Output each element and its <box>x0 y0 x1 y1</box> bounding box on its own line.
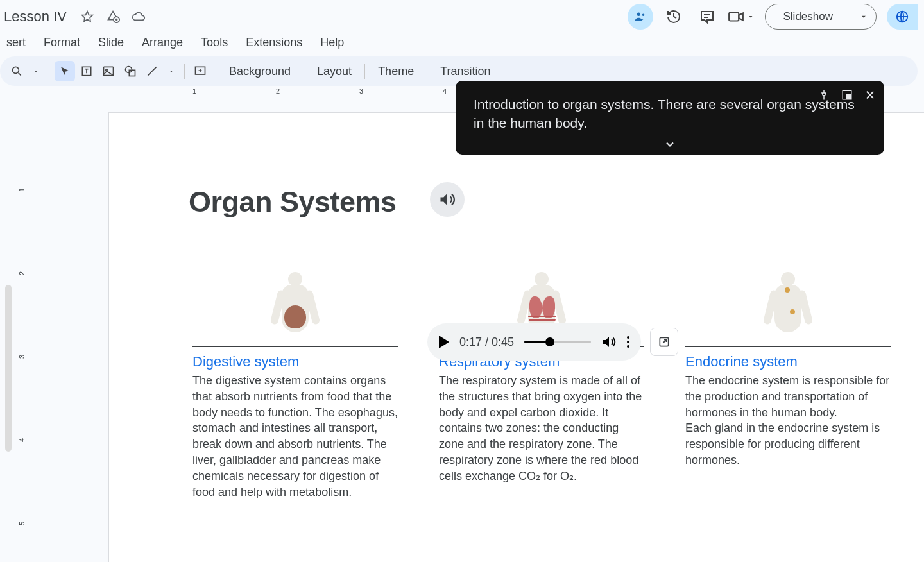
theme-button[interactable]: Theme <box>370 65 422 78</box>
system-column-respiratory[interactable]: Respiratory system The respiratory syste… <box>439 268 644 484</box>
ruler-h-mark: 4 <box>443 87 447 95</box>
system-column-digestive[interactable]: Digestive system The digestive system co… <box>193 268 398 500</box>
star-icon[interactable] <box>78 8 96 26</box>
menu-insert[interactable]: sert <box>0 33 32 52</box>
system-body: The respiratory system is made of all of… <box>439 373 644 484</box>
digestive-illustration <box>193 268 398 345</box>
history-icon[interactable] <box>661 4 687 30</box>
system-heading: Endocrine system <box>685 353 891 370</box>
ruler-h-mark: 2 <box>276 87 280 95</box>
background-button[interactable]: Background <box>221 65 298 78</box>
caption-text: Introduction to organ systems. There are… <box>474 95 868 133</box>
ruler-v-mark: 3 <box>18 355 26 359</box>
audio-player: 0:17 / 0:45 <box>427 323 678 361</box>
audio-elapsed: 0:17 <box>459 336 482 348</box>
slideshow-button[interactable]: Slideshow <box>766 4 851 29</box>
pin-icon[interactable] <box>816 87 832 103</box>
filmstrip-gutter <box>0 86 14 562</box>
svg-marker-7 <box>739 13 743 21</box>
menu-bar: sert Format Slide Arrange Tools Extensio… <box>0 31 924 54</box>
separator <box>49 64 49 79</box>
separator <box>184 64 185 79</box>
zoom-tool[interactable] <box>6 61 27 81</box>
divider <box>685 346 891 347</box>
svg-marker-0 <box>82 12 93 22</box>
ruler-v-mark: 1 <box>18 188 26 192</box>
svg-point-2 <box>637 13 640 16</box>
select-tool[interactable] <box>55 61 75 81</box>
slide-title[interactable]: Organ Systems <box>189 185 397 219</box>
audio-time: 0:17 / 0:45 <box>459 336 514 349</box>
svg-line-18 <box>148 67 156 75</box>
slideshow-button-group: Slideshow <box>765 4 877 30</box>
svg-rect-17 <box>129 70 135 76</box>
audio-pill: 0:17 / 0:45 <box>427 323 641 361</box>
audio-total: 0:45 <box>492 336 514 348</box>
separator <box>427 64 427 79</box>
svg-rect-24 <box>846 94 851 99</box>
separator <box>364 64 365 79</box>
ruler-h-mark: 1 <box>193 87 196 95</box>
document-title[interactable]: Lesson IV <box>0 8 67 25</box>
expand-window-icon[interactable] <box>839 87 855 103</box>
menu-arrange[interactable]: Arrange <box>135 33 189 52</box>
ruler-v-mark: 4 <box>18 438 26 442</box>
close-icon[interactable] <box>862 87 878 103</box>
shape-tool[interactable] <box>120 61 141 81</box>
system-heading: Digestive system <box>193 353 398 370</box>
scrollbar-thumb[interactable] <box>5 285 12 452</box>
menu-tools[interactable]: Tools <box>194 33 234 52</box>
menu-help[interactable]: Help <box>314 33 350 52</box>
system-column-endocrine[interactable]: Endocrine system The endocrine system is… <box>685 268 891 468</box>
work-area: 1 2 3 4 5 1 2 3 4 Organ Systems Digestiv… <box>0 86 924 562</box>
play-button[interactable] <box>439 336 449 348</box>
audio-seek-track[interactable] <box>524 341 591 343</box>
ruler-v-mark: 2 <box>18 271 26 275</box>
svg-rect-6 <box>729 13 739 21</box>
title-bar: Lesson IV Slideshow <box>0 0 924 31</box>
layout-button[interactable]: Layout <box>309 65 359 78</box>
popout-icon[interactable] <box>650 328 678 356</box>
slideshow-dropdown[interactable] <box>851 4 876 29</box>
divider <box>193 346 398 347</box>
audio-seek-thumb[interactable] <box>545 337 554 346</box>
people-icon[interactable] <box>628 4 653 30</box>
meet-icon[interactable] <box>728 4 755 30</box>
caption-popover: Introduction to organ systems. There are… <box>456 81 884 155</box>
transition-button[interactable]: Transition <box>432 65 498 78</box>
separator <box>216 64 216 79</box>
textbox-tool[interactable] <box>76 61 97 81</box>
ruler-vertical: 1 2 3 4 5 <box>14 86 36 562</box>
svg-point-9 <box>12 67 19 73</box>
menu-extensions[interactable]: Extensions <box>239 33 309 52</box>
comment-add-tool[interactable] <box>190 61 210 81</box>
audio-more-icon[interactable] <box>627 336 629 348</box>
svg-line-10 <box>19 73 21 76</box>
menu-slide[interactable]: Slide <box>92 33 130 52</box>
share-globe-icon[interactable] <box>887 4 918 30</box>
cloud-saved-icon[interactable] <box>130 8 148 26</box>
comments-icon[interactable] <box>694 4 720 30</box>
caption-tools <box>816 87 878 103</box>
system-body: The digestive system contains organs tha… <box>193 373 398 500</box>
menu-format[interactable]: Format <box>37 33 87 52</box>
line-tool[interactable] <box>142 61 162 81</box>
audio-object-icon[interactable] <box>430 182 465 217</box>
svg-point-3 <box>642 13 644 16</box>
image-tool[interactable] <box>98 61 119 81</box>
zoom-dropdown[interactable] <box>28 61 44 81</box>
system-body: The endocrine system is responsible for … <box>685 373 891 468</box>
canvas-zone: 1 2 3 4 Organ Systems Digestive system T… <box>36 86 924 562</box>
volume-icon[interactable] <box>601 334 617 350</box>
move-icon[interactable] <box>104 8 122 26</box>
separator <box>304 64 304 79</box>
ruler-v-mark: 5 <box>18 522 26 525</box>
ruler-h-mark: 3 <box>359 87 363 95</box>
endocrine-illustration <box>685 268 891 345</box>
chevron-down-icon[interactable] <box>663 138 676 151</box>
line-dropdown[interactable] <box>164 61 179 81</box>
